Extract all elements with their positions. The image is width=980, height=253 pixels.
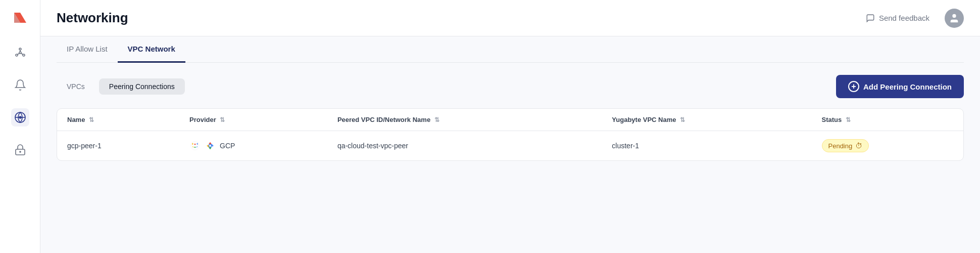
main-tabs: IP Allow List VPC Network	[57, 36, 964, 63]
sort-icon-yugabyte-vpc: ⇅	[680, 116, 685, 123]
col-header-yugabyte-vpc[interactable]: Yugabyte VPC Name ⇅	[602, 109, 811, 131]
cell-provider: GCP	[179, 131, 327, 161]
sidebar	[0, 0, 40, 253]
svg-point-15	[191, 142, 200, 150]
provider-cell: GCP	[189, 140, 317, 151]
main-content: Networking Send feedback IP Allow List V…	[40, 0, 980, 253]
peering-connections-table: Name ⇅ Provider ⇅ Peered VPC ID/Network …	[57, 108, 964, 161]
cell-name: gcp-peer-1	[57, 131, 179, 161]
sort-icon-provider: ⇅	[220, 116, 225, 123]
sidebar-item-security[interactable]	[11, 141, 29, 159]
page-header: Networking Send feedback	[40, 0, 980, 36]
sort-icon-peered-vpc: ⇅	[434, 116, 439, 123]
svg-line-7	[17, 54, 19, 55]
status-badge: Pending ⏱	[822, 139, 869, 152]
col-header-status[interactable]: Status ⇅	[812, 109, 964, 131]
svg-point-3	[16, 54, 18, 56]
avatar-icon	[949, 13, 960, 24]
col-header-provider[interactable]: Provider ⇅	[179, 109, 327, 131]
sort-icon-name: ⇅	[89, 116, 94, 123]
svg-point-16	[209, 144, 212, 147]
sidebar-item-clusters[interactable]	[11, 44, 29, 62]
page-content: IP Allow List VPC Network VPCs Peering C…	[40, 36, 980, 253]
cell-status: Pending ⏱	[812, 131, 964, 161]
svg-point-13	[20, 151, 21, 152]
user-avatar[interactable]	[945, 9, 964, 28]
header-actions: Send feedback	[861, 9, 964, 28]
sub-tab-peering-connections[interactable]: Peering Connections	[99, 78, 185, 95]
gcp-logo-icon	[189, 140, 201, 151]
svg-line-8	[21, 54, 23, 55]
cell-peered-vpc: qa-cloud-test-vpc-peer	[327, 131, 602, 161]
add-peering-connection-button[interactable]: + Add Peering Connection	[836, 75, 964, 98]
svg-point-11	[19, 116, 21, 118]
send-feedback-button[interactable]: Send feedback	[861, 11, 935, 26]
page-title: Networking	[57, 10, 128, 26]
app-logo[interactable]	[10, 8, 31, 29]
gcp-icon	[205, 140, 216, 151]
table-row: gcp-peer-1	[57, 131, 963, 161]
svg-point-2	[19, 48, 21, 50]
sort-icon-status: ⇅	[846, 116, 851, 123]
tab-vpc-network[interactable]: VPC Network	[118, 36, 185, 63]
sub-tabs: VPCs Peering Connections	[57, 78, 185, 95]
col-header-peered-vpc[interactable]: Peered VPC ID/Network Name ⇅	[327, 109, 602, 131]
sidebar-item-notifications[interactable]	[11, 76, 29, 94]
svg-point-5	[19, 52, 21, 54]
svg-point-4	[23, 54, 25, 56]
sidebar-item-networking[interactable]	[11, 108, 29, 126]
table-header-row: Name ⇅ Provider ⇅ Peered VPC ID/Network …	[57, 109, 963, 131]
plus-circle-icon: +	[848, 81, 859, 92]
feedback-icon	[866, 14, 875, 23]
svg-point-14	[952, 14, 956, 17]
col-header-name[interactable]: Name ⇅	[57, 109, 179, 131]
sub-tab-vpcs[interactable]: VPCs	[57, 78, 95, 95]
cell-yugabyte-vpc: cluster-1	[602, 131, 811, 161]
clock-icon: ⏱	[855, 142, 862, 150]
sub-tabs-row: VPCs Peering Connections + Add Peering C…	[57, 75, 964, 98]
tab-ip-allow-list[interactable]: IP Allow List	[57, 36, 118, 63]
